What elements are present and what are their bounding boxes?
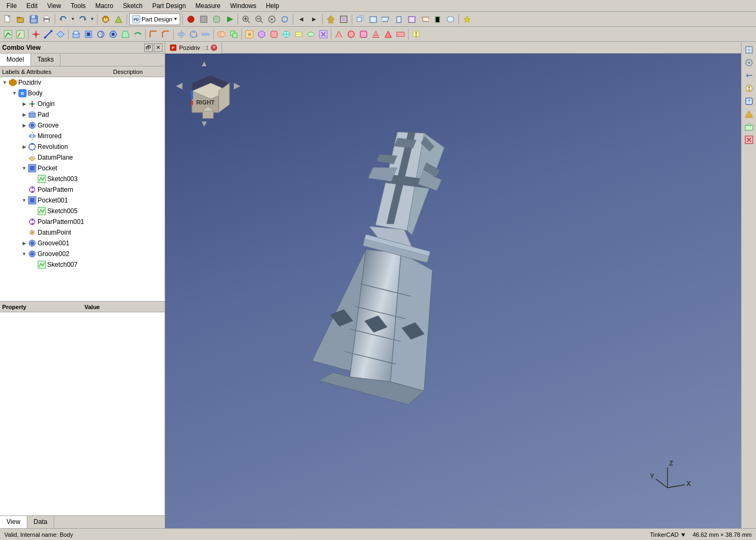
file-tab-close-button[interactable]: ✕ [211,44,217,51]
rt-btn-5[interactable]: ? [743,95,755,107]
box-button[interactable] [198,13,210,25]
combo-close-button[interactable]: ✕ [154,43,162,52]
view-left[interactable] [432,13,443,25]
menu-tools[interactable]: Tools [66,1,90,11]
menu-windows[interactable]: Windows [226,1,261,11]
tree-toggle-polarpattern[interactable] [20,186,28,193]
view-rear[interactable] [406,13,418,25]
tree-item-mirrored[interactable]: Mirrored [0,131,165,141]
back-btn[interactable]: ◀ [295,13,307,25]
tool13[interactable] [395,28,406,40]
app-name[interactable]: TinkerCAD ▼ [650,531,686,538]
tab-model[interactable]: Model [0,54,31,66]
tree-toggle-sketch007[interactable] [30,261,38,268]
tree-toggle-datumpoint[interactable] [20,229,28,236]
tree-item-sketch003[interactable]: Sketch003 [0,174,165,184]
tree-toggle-datumplane[interactable] [20,154,28,161]
menu-view[interactable]: View [43,1,65,11]
tree-item-datumpoint[interactable]: DatumPoint [0,227,165,238]
new-button[interactable] [2,13,14,25]
tool10[interactable] [358,28,369,40]
menu-measure[interactable]: Measure [191,1,225,11]
undo-button[interactable] [57,13,69,25]
fwd-btn[interactable]: ▶ [308,13,320,25]
extras-btn[interactable] [461,13,473,25]
menu-file[interactable]: File [2,1,21,11]
tool3[interactable] [268,28,280,40]
workbench-dropdown[interactable]: PD Part Design ▼ [129,13,180,25]
viewport[interactable]: ▲ ▼ ◀ ▶ [165,54,741,528]
redo-button[interactable] [77,13,88,25]
loft-btn[interactable] [120,28,131,40]
line-btn[interactable] [42,28,54,40]
rt-btn-1[interactable] [743,44,755,56]
rt-btn-3[interactable] [743,70,755,81]
menu-help[interactable]: Help [262,1,284,11]
tree-toggle-sketch003[interactable] [30,175,38,183]
redo-dropdown[interactable]: ▼ [90,13,95,25]
tree-item-groove001[interactable]: ▶Groove001 [0,238,165,249]
tool14[interactable] [410,28,422,40]
tool2[interactable] [256,28,268,40]
tab-tasks[interactable]: Tasks [31,54,61,66]
tree-item-revolution[interactable]: ▶Revolution [0,141,165,152]
tree-toggle-mirrored[interactable] [20,132,28,140]
menu-edit[interactable]: Edit [22,1,42,11]
tool11[interactable] [370,28,382,40]
tool6[interactable] [305,28,317,40]
tree-item-pocket[interactable]: ▼Pocket [0,163,165,174]
tree-toggle-pad[interactable]: ▶ [20,111,28,118]
tree-item-pozidriv[interactable]: ▼Pozidriv [0,77,165,88]
stop-button[interactable] [185,13,197,25]
zoom-fit-btn[interactable] [338,13,350,25]
mirror-btn[interactable] [175,28,187,40]
revolution-btn[interactable] [95,28,107,40]
pocket-btn[interactable] [83,28,94,40]
rt-btn-4[interactable] [743,82,755,94]
tool9[interactable] [345,28,357,40]
linear-btn[interactable] [200,28,212,40]
tree-toggle-groove[interactable]: ▶ [20,122,28,129]
groove-btn[interactable] [107,28,119,40]
menu-part-design[interactable]: Part Design [148,1,190,11]
tool5[interactable] [293,28,305,40]
chamfer-btn[interactable] [160,28,172,40]
tree-item-pad[interactable]: ▶Pad [0,109,165,120]
pad-btn[interactable] [70,28,82,40]
tree-item-datumplane[interactable]: DatumPlane [0,152,165,163]
tree-item-groove[interactable]: ▶Groove [0,120,165,131]
tree-toggle-body[interactable]: ▼ [11,89,18,97]
view-bottom[interactable] [419,13,431,25]
tree-item-pocket001[interactable]: ▼Pocket001 [0,195,165,206]
tree-toggle-groove002[interactable]: ▼ [20,250,28,258]
plane-btn[interactable] [55,28,66,40]
tree-area[interactable]: ▼Pozidriv▼BBody▶Origin▶Pad▶GrooveMirrore… [0,77,165,301]
tree-toggle-sketch005[interactable] [30,207,38,215]
rt-btn-8[interactable] [743,134,755,146]
tab-view[interactable]: View [0,516,27,528]
tool8[interactable] [333,28,345,40]
macros-button[interactable]: M [100,13,112,25]
nav-btn[interactable] [266,13,278,25]
print-button[interactable] [41,13,53,25]
sync-btn[interactable] [279,13,291,25]
bool-cut-btn[interactable] [216,28,227,40]
tab-data[interactable]: Data [27,516,54,528]
tree-toggle-pocket001[interactable]: ▼ [20,197,28,204]
sweep-button[interactable] [211,13,223,25]
rt-btn-7[interactable] [743,121,755,133]
tree-item-groove002[interactable]: ▼Groove002 [0,249,165,259]
undo-dropdown[interactable]: ▼ [70,13,76,25]
view-iso[interactable] [444,13,456,25]
tree-item-sketch007[interactable]: Sketch007 [0,259,165,270]
tree-item-polarpattern[interactable]: PolarPattern [0,184,165,195]
save-button[interactable] [28,13,40,25]
tree-item-body[interactable]: ▼BBody [0,88,165,99]
view-home[interactable] [354,13,366,25]
tree-toggle-origin[interactable]: ▶ [20,100,28,108]
zoom-out-btn[interactable] [253,13,265,25]
file-tab-pozidriv[interactable]: P Pozidriv : 1 ✕ [165,42,222,54]
point-btn[interactable] [30,28,42,40]
rt-btn-2[interactable] [743,57,755,69]
view-top[interactable] [380,13,392,25]
